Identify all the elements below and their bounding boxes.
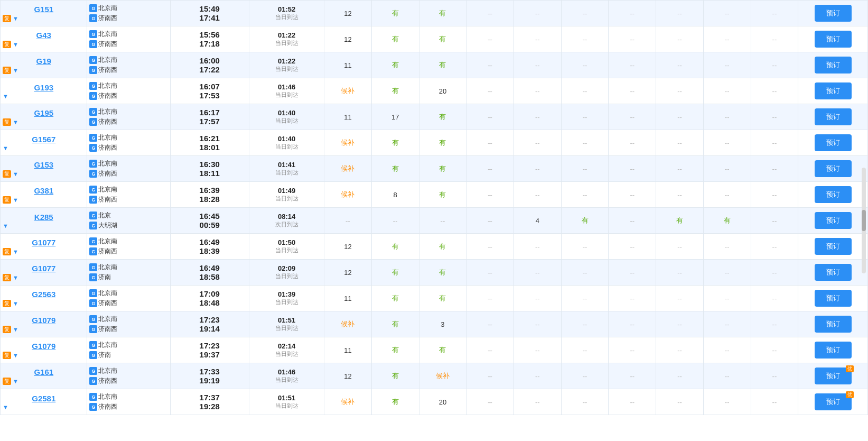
book-button[interactable]: 预订: [815, 264, 852, 281]
business-seat-cell: 12: [324, 234, 372, 260]
route-cell: G 北京南 G 济南西: [87, 104, 170, 130]
book-button[interactable]: 预订: [815, 342, 852, 359]
adv-soft-cell: --: [466, 156, 514, 182]
duration-cell: 01:51 当日到达: [249, 311, 324, 337]
move-sleeper-cell: --: [561, 363, 609, 389]
duration-cell: 01:50 当日到达: [249, 234, 324, 260]
depart-time: 16:45: [173, 212, 247, 221]
expand-button[interactable]: ▼: [3, 145, 8, 151]
first-class-cell: 有: [371, 286, 419, 311]
book-button[interactable]: 预订: [815, 31, 852, 48]
no-seat-cell: --: [703, 389, 751, 415]
tag-fu: 复: [3, 300, 11, 307]
train-number[interactable]: G2581: [32, 394, 55, 403]
day-note: 当日到达: [251, 91, 322, 99]
day-note: 当日到达: [251, 376, 322, 384]
soft-seat-cell: --: [656, 26, 704, 52]
book-button[interactable]: 预订: [815, 82, 852, 99]
second-class-cell: 有: [419, 182, 466, 208]
route-cell: G 北京南 G 济南西: [87, 311, 170, 337]
book-button[interactable]: 预订: [815, 238, 852, 255]
business-seat-cell: 12: [324, 363, 372, 389]
book-button[interactable]: 预订: [815, 5, 852, 22]
day-note: 当日到达: [251, 350, 322, 358]
train-number[interactable]: G161: [34, 368, 53, 376]
book-button-wrap: 预订: [815, 238, 852, 255]
train-number[interactable]: G195: [34, 108, 53, 117]
expand-button[interactable]: ▼: [13, 326, 18, 333]
train-number[interactable]: G1567: [32, 135, 55, 144]
train-number[interactable]: G381: [34, 186, 53, 195]
first-class-cell: 有: [371, 78, 419, 104]
arrive-time: 17:41: [173, 13, 247, 22]
business-seat-cell: 候补: [324, 311, 372, 337]
train-number[interactable]: G1077: [32, 238, 55, 247]
time-cell: 16:07 17:53: [170, 78, 249, 104]
move-sleeper-cell: --: [561, 26, 609, 52]
tag-fu: 复: [3, 170, 11, 178]
book-button-wrap: 预订: [815, 5, 852, 22]
from-station: 北京南: [98, 341, 117, 350]
to-station: 济南西: [98, 143, 117, 152]
book-cell: 预订: [798, 182, 868, 208]
day-note: 当日到达: [251, 39, 322, 47]
book-cell: 预订: [798, 26, 868, 52]
expand-button[interactable]: ▼: [13, 67, 18, 74]
expand-button[interactable]: ▼: [13, 171, 18, 177]
duration-cell: 01:41 当日到达: [249, 156, 324, 182]
route-cell: G 北京南 G 济南西: [87, 26, 170, 52]
train-number-cell: G195 复▼: [1, 104, 87, 130]
train-number[interactable]: G1079: [32, 342, 55, 351]
to-station: 大明湖: [98, 221, 117, 230]
first-class-cell: --: [371, 208, 419, 234]
train-number[interactable]: G19: [36, 57, 51, 66]
expand-button[interactable]: ▼: [13, 119, 18, 125]
expand-button[interactable]: ▼: [3, 404, 8, 410]
first-class-cell: 有: [371, 260, 419, 286]
expand-button[interactable]: ▼: [3, 223, 8, 229]
book-button[interactable]: 预订: [815, 316, 852, 333]
to-station: 济南西: [98, 299, 117, 308]
book-button-wrap: 预订: [815, 82, 852, 99]
book-button[interactable]: 预订: [815, 290, 852, 307]
expand-button[interactable]: ▼: [13, 15, 18, 22]
hard-sleeper-cell: --: [609, 208, 656, 234]
soft-seat-cell: --: [656, 337, 704, 363]
expand-button[interactable]: ▼: [13, 197, 18, 203]
other-cell: --: [751, 52, 798, 78]
scrollbar-thumb[interactable]: [862, 210, 866, 231]
book-button[interactable]: 预订: [815, 212, 852, 229]
time-cell: 17:37 19:28: [170, 389, 249, 415]
train-number[interactable]: G2563: [32, 290, 55, 299]
to-icon: G: [89, 66, 97, 74]
expand-button[interactable]: ▼: [13, 378, 18, 384]
expand-button[interactable]: ▼: [13, 41, 18, 48]
expand-button[interactable]: ▼: [3, 93, 8, 99]
train-number[interactable]: G151: [34, 5, 53, 14]
hard-sleeper-cell: --: [609, 260, 656, 286]
arrive-time: 18:28: [173, 195, 247, 204]
expand-button[interactable]: ▼: [13, 300, 18, 307]
book-button[interactable]: 预订: [815, 57, 852, 74]
train-number[interactable]: G1079: [32, 316, 55, 325]
book-button[interactable]: 预订: [815, 186, 852, 203]
train-number[interactable]: G193: [34, 83, 53, 92]
train-number[interactable]: G1077: [32, 264, 55, 273]
hard-sleeper-cell: --: [609, 130, 656, 156]
train-number[interactable]: G153: [34, 160, 53, 169]
adv-soft-cell: --: [466, 52, 514, 78]
hard-sleeper-cell: --: [609, 234, 656, 260]
expand-button[interactable]: ▼: [13, 352, 18, 359]
book-button[interactable]: 预订: [815, 160, 852, 177]
scrollbar[interactable]: [862, 168, 866, 273]
depart-time: 16:39: [173, 186, 247, 195]
book-button[interactable]: 预订: [815, 134, 852, 151]
book-button[interactable]: 预订: [815, 108, 852, 125]
business-seat-cell: 11: [324, 286, 372, 311]
from-icon: G: [89, 160, 97, 168]
train-number[interactable]: G43: [36, 31, 51, 40]
expand-button[interactable]: ▼: [13, 274, 18, 281]
train-number[interactable]: K285: [34, 213, 53, 222]
duration-cell: 01:39 当日到达: [249, 286, 324, 311]
expand-button[interactable]: ▼: [13, 249, 18, 255]
